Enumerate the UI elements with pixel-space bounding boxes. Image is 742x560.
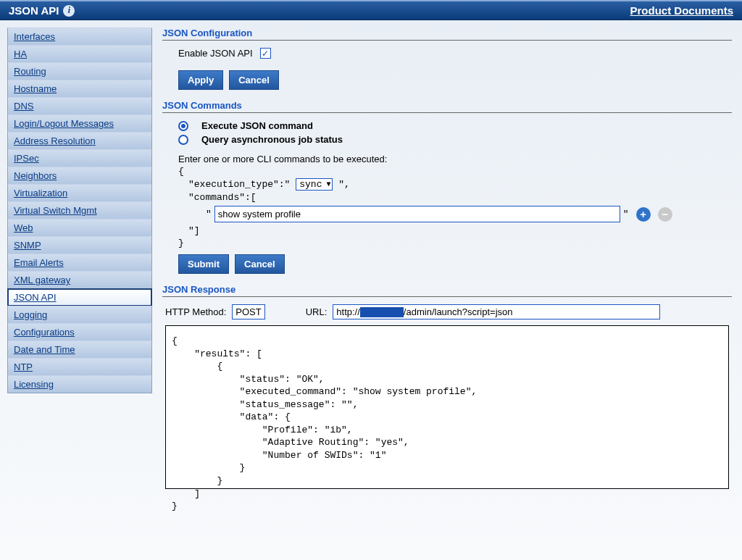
- sidebar-item-login-logout-messages[interactable]: Login/Logout Messages: [7, 114, 152, 133]
- header-left: JSON API i: [9, 4, 75, 17]
- sidebar-item-xml-gateway[interactable]: XML gateway: [7, 271, 152, 289]
- submit-button[interactable]: Submit: [178, 254, 229, 274]
- product-documents-link[interactable]: Product Documents: [630, 4, 733, 17]
- sidebar-item-routing[interactable]: Routing: [7, 62, 152, 80]
- url-suffix: /admin/launch?script=json: [404, 306, 513, 317]
- sidebar-item-virtual-switch-mgmt[interactable]: Virtual Switch Mgmt: [7, 201, 152, 220]
- sidebar-item-date-and-time[interactable]: Date and Time: [7, 340, 152, 359]
- quote-open: ": [206, 209, 212, 220]
- sidebar-item-json-api[interactable]: JSON API: [7, 288, 152, 306]
- exec-type-key: "execution_type":": [188, 179, 296, 190]
- json-brace-close: }: [178, 238, 732, 248]
- exec-type-tail: ",: [338, 179, 350, 190]
- main-content: JSON Configuration Enable JSON API ✓ App…: [162, 28, 735, 489]
- sidebar-item-virtualization[interactable]: Virtualization: [7, 184, 152, 202]
- sidebar: InterfacesHARoutingHostnameDNSLogin/Logo…: [7, 28, 152, 489]
- sidebar-item-ha[interactable]: HA: [7, 45, 152, 63]
- execution-type-value: sync: [299, 179, 322, 190]
- url-input[interactable]: http:// /admin/launch?script=json: [333, 304, 660, 319]
- sidebar-item-address-resolution[interactable]: Address Resolution: [7, 132, 152, 150]
- sidebar-item-interfaces[interactable]: Interfaces: [7, 28, 152, 46]
- chevron-down-icon: ▼: [322, 180, 330, 188]
- url-redacted-host: [360, 307, 404, 317]
- enable-json-label: Enable JSON API: [178, 48, 253, 59]
- header-bar: JSON API i Product Documents: [0, 0, 742, 20]
- sidebar-item-licensing[interactable]: Licensing: [7, 375, 152, 393]
- radio-execute[interactable]: [178, 121, 188, 131]
- sidebar-item-hostname[interactable]: Hostname: [7, 80, 152, 98]
- http-method-input[interactable]: POST: [232, 304, 264, 319]
- json-brace-open: {: [178, 166, 732, 177]
- sidebar-item-neighbors[interactable]: Neighbors: [7, 167, 152, 185]
- add-command-button[interactable]: +: [636, 207, 651, 222]
- sidebar-item-web[interactable]: Web: [7, 219, 152, 237]
- remove-command-button: −: [658, 207, 672, 222]
- page-title: JSON API: [9, 4, 59, 17]
- cancel-config-button[interactable]: Cancel: [229, 70, 279, 90]
- quote-close: ": [623, 209, 629, 220]
- radio-execute-label: Execute JSON command: [201, 120, 313, 131]
- cancel-commands-button[interactable]: Cancel: [235, 254, 285, 274]
- commands-intro: Enter one or more CLI commands to be exe…: [178, 154, 732, 164]
- url-label: URL:: [306, 306, 328, 317]
- section-title-config: JSON Configuration: [162, 28, 732, 41]
- apply-button[interactable]: Apply: [178, 70, 223, 90]
- sidebar-item-ntp[interactable]: NTP: [7, 358, 152, 376]
- enable-json-checkbox[interactable]: ✓: [260, 48, 271, 59]
- info-icon[interactable]: i: [63, 5, 75, 17]
- commands-key: "commands":[: [178, 192, 732, 203]
- response-body: { "results": [ { "status": "OK", "execut…: [165, 325, 729, 489]
- radio-query-label: Query asynchronous job status: [201, 134, 343, 145]
- url-prefix: http://: [336, 306, 360, 317]
- sidebar-item-email-alerts[interactable]: Email Alerts: [7, 254, 152, 272]
- sidebar-item-dns[interactable]: DNS: [7, 97, 152, 115]
- section-title-commands: JSON Commands: [162, 100, 732, 113]
- sidebar-item-ipsec[interactable]: IPSec: [7, 149, 152, 167]
- sidebar-item-configurations[interactable]: Configurations: [7, 323, 152, 341]
- section-title-response: JSON Response: [162, 284, 732, 297]
- command-input[interactable]: [214, 206, 620, 222]
- sidebar-item-snmp[interactable]: SNMP: [7, 236, 152, 254]
- sidebar-item-logging[interactable]: Logging: [7, 306, 152, 324]
- radio-query[interactable]: [178, 135, 188, 145]
- close-bracket: "]: [178, 225, 732, 236]
- execution-type-select[interactable]: sync ▼: [296, 178, 333, 191]
- http-method-label: HTTP Method:: [165, 306, 226, 317]
